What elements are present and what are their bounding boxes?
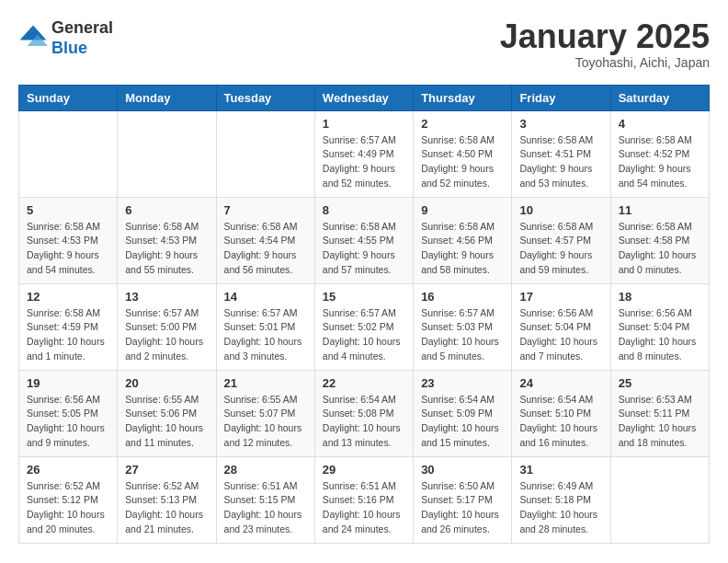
table-row: 21Sunrise: 6:55 AMSunset: 5:07 PMDayligh… [216,370,314,456]
day-number: 8 [323,203,405,217]
day-info: Sunrise: 6:58 AMSunset: 4:56 PMDaylight:… [421,220,504,278]
day-number: 20 [125,376,208,390]
day-info: Sunrise: 6:52 AMSunset: 5:13 PMDaylight:… [125,479,208,537]
logo-icon [18,24,48,53]
day-number: 29 [323,463,405,477]
table-row: 25Sunrise: 6:53 AMSunset: 5:11 PMDayligh… [610,370,709,456]
day-number: 6 [125,203,208,217]
table-row: 16Sunrise: 6:57 AMSunset: 5:03 PMDayligh… [414,283,512,370]
header-saturday: Saturday [610,85,709,110]
svg-marker-0 [20,25,47,40]
location-subtitle: Toyohashi, Aichi, Japan [500,55,710,70]
header-monday: Monday [118,85,216,110]
day-info: Sunrise: 6:58 AMSunset: 4:51 PMDaylight:… [519,133,602,191]
day-number: 18 [619,290,701,304]
day-number: 21 [224,376,307,390]
day-info: Sunrise: 6:51 AMSunset: 5:15 PMDaylight:… [224,479,307,537]
table-row: 20Sunrise: 6:55 AMSunset: 5:06 PMDayligh… [118,370,216,456]
table-row: 6Sunrise: 6:58 AMSunset: 4:53 PMDaylight… [118,197,216,283]
day-number: 13 [125,290,208,304]
table-row: 29Sunrise: 6:51 AMSunset: 5:16 PMDayligh… [314,456,413,543]
day-info: Sunrise: 6:52 AMSunset: 5:12 PMDaylight:… [27,479,109,537]
table-row: 11Sunrise: 6:58 AMSunset: 4:58 PMDayligh… [610,197,709,283]
calendar-table: Sunday Monday Tuesday Wednesday Thursday… [18,85,710,544]
table-row: 2Sunrise: 6:58 AMSunset: 4:50 PMDaylight… [414,110,512,197]
table-row: 31Sunrise: 6:49 AMSunset: 5:18 PMDayligh… [512,456,610,543]
day-info: Sunrise: 6:50 AMSunset: 5:17 PMDaylight:… [421,479,504,537]
logo: General Blue [18,18,113,58]
table-row: 17Sunrise: 6:56 AMSunset: 5:04 PMDayligh… [512,283,610,370]
day-info: Sunrise: 6:54 AMSunset: 5:09 PMDaylight:… [421,393,504,451]
page-header: General Blue January 2025 Toyohashi, Aic… [18,18,710,70]
day-info: Sunrise: 6:49 AMSunset: 5:18 PMDaylight:… [519,479,602,537]
day-number: 2 [421,117,504,131]
table-row: 19Sunrise: 6:56 AMSunset: 5:05 PMDayligh… [19,370,118,456]
day-info: Sunrise: 6:58 AMSunset: 4:53 PMDaylight:… [125,220,208,278]
week-row-5: 26Sunrise: 6:52 AMSunset: 5:12 PMDayligh… [19,456,710,543]
day-number: 4 [619,117,701,131]
day-number: 26 [27,463,109,477]
day-number: 12 [27,290,109,304]
table-row: 12Sunrise: 6:58 AMSunset: 4:59 PMDayligh… [19,283,118,370]
day-info: Sunrise: 6:58 AMSunset: 4:54 PMDaylight:… [224,220,307,278]
table-row: 5Sunrise: 6:58 AMSunset: 4:53 PMDaylight… [19,197,118,283]
day-number: 9 [421,203,504,217]
header-wednesday: Wednesday [314,85,413,110]
calendar-header: Sunday Monday Tuesday Wednesday Thursday… [19,85,710,110]
day-number: 15 [323,290,405,304]
day-info: Sunrise: 6:58 AMSunset: 4:55 PMDaylight:… [323,220,405,278]
title-section: January 2025 Toyohashi, Aichi, Japan [500,18,710,70]
day-info: Sunrise: 6:57 AMSunset: 5:00 PMDaylight:… [125,306,208,364]
day-info: Sunrise: 6:58 AMSunset: 4:50 PMDaylight:… [421,133,504,191]
calendar-body: 1Sunrise: 6:57 AMSunset: 4:49 PMDaylight… [19,110,710,543]
day-info: Sunrise: 6:58 AMSunset: 4:57 PMDaylight:… [519,220,602,278]
header-thursday: Thursday [414,85,512,110]
logo-general-text: General [51,18,113,39]
header-row: Sunday Monday Tuesday Wednesday Thursday… [19,85,710,110]
table-row: 14Sunrise: 6:57 AMSunset: 5:01 PMDayligh… [216,283,314,370]
header-tuesday: Tuesday [216,85,314,110]
table-row: 30Sunrise: 6:50 AMSunset: 5:17 PMDayligh… [414,456,512,543]
day-number: 10 [519,203,602,217]
table-row: 24Sunrise: 6:54 AMSunset: 5:10 PMDayligh… [512,370,610,456]
week-row-4: 19Sunrise: 6:56 AMSunset: 5:05 PMDayligh… [19,370,710,456]
day-number: 31 [519,463,602,477]
day-number: 23 [421,376,504,390]
header-sunday: Sunday [19,85,118,110]
table-row: 13Sunrise: 6:57 AMSunset: 5:00 PMDayligh… [118,283,216,370]
table-row [216,110,314,197]
day-info: Sunrise: 6:54 AMSunset: 5:10 PMDaylight:… [519,393,602,451]
table-row: 26Sunrise: 6:52 AMSunset: 5:12 PMDayligh… [19,456,118,543]
month-title: January 2025 [500,18,710,55]
day-number: 22 [323,376,405,390]
day-number: 1 [323,117,405,131]
day-number: 25 [619,376,701,390]
day-info: Sunrise: 6:53 AMSunset: 5:11 PMDaylight:… [619,393,701,451]
day-number: 5 [27,203,109,217]
day-info: Sunrise: 6:58 AMSunset: 4:59 PMDaylight:… [27,306,109,364]
day-info: Sunrise: 6:56 AMSunset: 5:05 PMDaylight:… [27,393,109,451]
day-number: 30 [421,463,504,477]
day-info: Sunrise: 6:57 AMSunset: 5:03 PMDaylight:… [421,306,504,364]
table-row [19,110,118,197]
table-row [118,110,216,197]
day-number: 19 [27,376,109,390]
day-info: Sunrise: 6:58 AMSunset: 4:58 PMDaylight:… [619,220,701,278]
header-friday: Friday [512,85,610,110]
day-number: 16 [421,290,504,304]
table-row: 27Sunrise: 6:52 AMSunset: 5:13 PMDayligh… [118,456,216,543]
day-number: 27 [125,463,208,477]
table-row: 1Sunrise: 6:57 AMSunset: 4:49 PMDaylight… [314,110,413,197]
day-info: Sunrise: 6:51 AMSunset: 5:16 PMDaylight:… [323,479,405,537]
week-row-2: 5Sunrise: 6:58 AMSunset: 4:53 PMDaylight… [19,197,710,283]
table-row: 22Sunrise: 6:54 AMSunset: 5:08 PMDayligh… [314,370,413,456]
day-info: Sunrise: 6:54 AMSunset: 5:08 PMDaylight:… [323,393,405,451]
week-row-3: 12Sunrise: 6:58 AMSunset: 4:59 PMDayligh… [19,283,710,370]
day-info: Sunrise: 6:57 AMSunset: 5:02 PMDaylight:… [323,306,405,364]
day-number: 3 [519,117,602,131]
day-info: Sunrise: 6:55 AMSunset: 5:06 PMDaylight:… [125,393,208,451]
day-info: Sunrise: 6:57 AMSunset: 4:49 PMDaylight:… [323,133,405,191]
logo-blue-text: Blue [51,39,113,59]
day-number: 28 [224,463,307,477]
table-row: 10Sunrise: 6:58 AMSunset: 4:57 PMDayligh… [512,197,610,283]
